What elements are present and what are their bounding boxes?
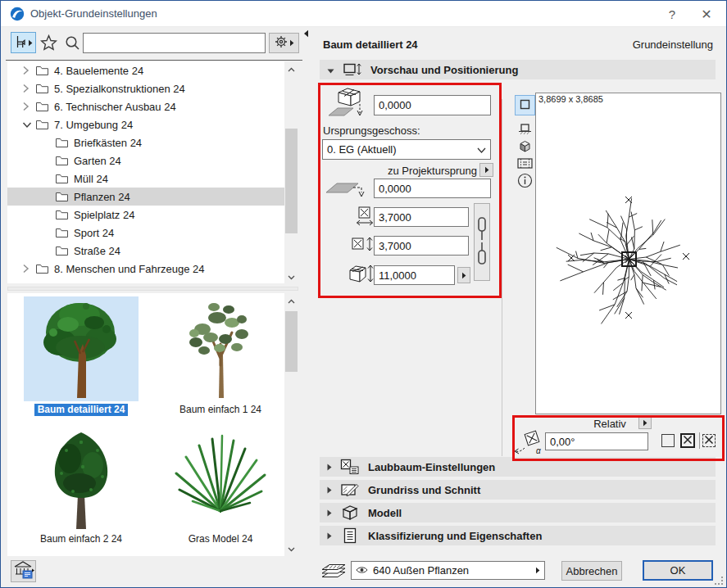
library-manager-button[interactable] bbox=[11, 560, 36, 582]
section-header-klassifizierung[interactable]: Klassifizierung und Eigenschaften bbox=[320, 526, 716, 545]
thumbnail-image-baum-detailliert bbox=[24, 296, 139, 401]
preview-separator bbox=[502, 99, 502, 456]
section-title: Klassifizierung und Eigenschaften bbox=[368, 530, 542, 542]
height-dimension-icon bbox=[348, 263, 374, 287]
rotation-angle-input[interactable] bbox=[545, 432, 648, 450]
height-input[interactable] bbox=[374, 265, 455, 285]
thumbnail-scrollbar[interactable] bbox=[284, 295, 298, 555]
tree-item[interactable]: Briefkästen 24 bbox=[7, 133, 284, 152]
folder-icon bbox=[35, 119, 54, 130]
dialog-title: Objekt-Grundeinstellungen bbox=[30, 7, 157, 20]
thumbnail-scrollbar-thumb[interactable] bbox=[285, 311, 298, 372]
tree-scrollbar[interactable] bbox=[284, 63, 298, 283]
scroll-down-icon[interactable] bbox=[284, 271, 298, 283]
tree-item[interactable]: Müll 24 bbox=[7, 170, 284, 188]
cancel-button[interactable]: Abbrechen bbox=[561, 561, 622, 581]
panel-splitter[interactable] bbox=[7, 287, 298, 291]
tree-item[interactable]: Garten 24 bbox=[7, 152, 284, 170]
elevation-to-story-input[interactable] bbox=[374, 95, 491, 115]
scroll-up-icon[interactable] bbox=[284, 63, 298, 75]
section-header-laubbaum[interactable]: Laubbaum-Einstellungen bbox=[320, 457, 716, 477]
chevron-down-icon[interactable] bbox=[22, 121, 35, 129]
thumbnail-item-selected[interactable]: Baum detailliert 24 bbox=[17, 296, 145, 416]
chair-object-icon bbox=[14, 35, 26, 51]
settings-menu-button[interactable] bbox=[269, 33, 299, 53]
depth-input[interactable] bbox=[374, 236, 469, 256]
model-box-icon bbox=[339, 504, 361, 521]
collapse-panel-arrow-icon[interactable] bbox=[303, 28, 309, 40]
folder-icon bbox=[35, 65, 54, 76]
tree-item[interactable]: 4. Bauelemente 24 bbox=[7, 61, 284, 79]
layers-icon bbox=[320, 563, 347, 581]
chevron-right-icon[interactable] bbox=[22, 102, 35, 111]
section-title: Vorschau und Positionierung bbox=[370, 64, 518, 76]
section-header-modell[interactable]: Modell bbox=[320, 503, 716, 522]
caret-right-icon bbox=[327, 461, 332, 473]
custom-settings-icon bbox=[339, 459, 361, 475]
object-preview-canvas[interactable]: 3,8699 x 3,8685 bbox=[535, 93, 721, 414]
folder-view-button[interactable] bbox=[11, 32, 36, 53]
width-input[interactable] bbox=[374, 207, 469, 227]
help-button[interactable]: ? bbox=[663, 6, 681, 22]
home-story-select[interactable]: 0. EG (Aktuell) bbox=[322, 139, 491, 160]
width-dimension-icon bbox=[355, 206, 375, 229]
elevation-view-icon bbox=[518, 123, 532, 138]
to-project-origin-menu-button[interactable] bbox=[479, 163, 493, 177]
thumbnail-item[interactable]: Baum einfach 2 24 bbox=[17, 426, 145, 545]
height-menu-button[interactable] bbox=[457, 267, 470, 283]
search-input[interactable] bbox=[83, 33, 266, 53]
tree-item-selected[interactable]: Pflanzen 24 bbox=[7, 188, 284, 206]
ok-label: OK bbox=[670, 564, 686, 577]
elevation-to-story-icon bbox=[327, 86, 371, 123]
preview-mode-plan-button[interactable] bbox=[515, 95, 535, 115]
elevation-to-origin-input[interactable] bbox=[374, 179, 491, 198]
section-header-grundriss[interactable]: Grundriss und Schnitt bbox=[320, 480, 716, 500]
favorites-star-icon[interactable] bbox=[40, 34, 57, 53]
tree-item[interactable]: Sport 24 bbox=[7, 224, 284, 242]
tree-item[interactable]: 6. Technischer Ausbau 24 bbox=[7, 97, 284, 115]
relative-menu-button[interactable] bbox=[638, 416, 652, 429]
tree-item[interactable]: 8. Menschen und Fahrzeuge 24 bbox=[7, 260, 284, 278]
x-mark-icon bbox=[683, 435, 693, 447]
thumbnail-label: Baum einfach 2 24 bbox=[37, 533, 125, 545]
tree-item[interactable]: Spielplatz 24 bbox=[7, 206, 284, 224]
archicad-logo-icon bbox=[10, 7, 25, 24]
toggle-divider bbox=[699, 432, 700, 449]
scroll-up-icon[interactable] bbox=[284, 295, 298, 307]
tree-item-label: 6. Technischer Ausbau 24 bbox=[54, 101, 176, 113]
chevron-right-icon[interactable] bbox=[22, 66, 35, 75]
section-header-preview-positioning[interactable]: Vorschau und Positionierung bbox=[320, 60, 716, 79]
preview-mode-info-button[interactable] bbox=[515, 171, 535, 192]
thumbnail-image-baum-einfach-2 bbox=[24, 426, 139, 531]
tree-item-label: Garten 24 bbox=[74, 155, 121, 167]
mirror-toggle[interactable] bbox=[661, 434, 675, 447]
info-circle-icon bbox=[517, 173, 533, 191]
tree-item-label: 7. Umgebung 24 bbox=[54, 119, 133, 131]
hotspot-toggle-dashed[interactable] bbox=[702, 434, 716, 447]
tree-item[interactable]: 7. Umgebung 24 bbox=[7, 115, 284, 133]
section-title: Laubbaum-Einstellungen bbox=[368, 461, 495, 473]
close-button[interactable]: ✕ bbox=[697, 6, 716, 22]
thumbnail-item[interactable]: Gras Model 24 bbox=[157, 426, 284, 545]
chevron-right-icon[interactable] bbox=[22, 264, 35, 274]
tree-item[interactable]: 5. Spezialkonstruktionen 24 bbox=[7, 79, 284, 97]
tree-scrollbar-thumb[interactable] bbox=[285, 129, 298, 233]
layer-select[interactable]: 640 Außen Pflanzen bbox=[351, 561, 545, 580]
search-icon[interactable] bbox=[65, 35, 80, 53]
ok-button[interactable]: OK bbox=[643, 560, 713, 581]
document-list-icon bbox=[339, 527, 361, 544]
submenu-arrow-icon bbox=[289, 37, 294, 49]
tree-item[interactable]: Straße 24 bbox=[7, 242, 284, 260]
thumbnail-item[interactable]: Baum einfach 1 24 bbox=[157, 296, 284, 416]
tree-item-label: Sport 24 bbox=[74, 227, 114, 239]
scroll-down-icon[interactable] bbox=[284, 543, 298, 555]
plan-view-icon bbox=[520, 99, 530, 112]
hotspot-toggle-active[interactable] bbox=[680, 433, 695, 448]
chevron-right-icon[interactable] bbox=[22, 84, 35, 93]
thumbnail-image-gras-model bbox=[163, 426, 278, 531]
submenu-arrow-icon bbox=[484, 164, 489, 176]
resize-grip[interactable] bbox=[715, 576, 724, 588]
folder-icon bbox=[55, 173, 74, 184]
link-dimensions-button[interactable] bbox=[474, 203, 490, 281]
chevron-down-icon bbox=[477, 143, 486, 156]
